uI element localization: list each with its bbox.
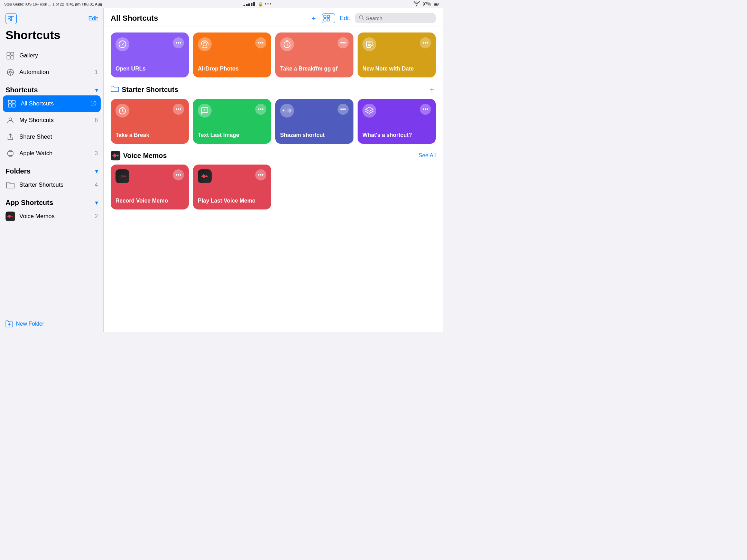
svg-rect-24 [11,216,12,217]
card-text-last-image[interactable]: ••• Text Last Image [193,99,271,144]
voice-memos-app-icon [111,151,120,160]
sidebar-top: Edit [0,8,103,27]
cards-section: ••• Open URLs ••• [104,27,443,219]
sidebar-toggle-icon[interactable] [6,13,17,24]
battery-percent: 97% [423,2,431,7]
svg-rect-3 [251,3,252,6]
card-name: Record Voice Memo [116,197,184,205]
card-name: Take a Breakffm gg gf [280,65,349,73]
voice-memos-section-title: Voice Memos [123,152,167,160]
lock-icon: 🔒 [258,2,263,7]
sidebar-item-automation[interactable]: Automation 1 [0,64,103,81]
svg-rect-23 [10,215,11,217]
voice-memos-see-all-button[interactable]: See All [418,152,436,159]
voice-memos-header: Voice Memos See All [111,151,436,160]
card-take-a-break-top[interactable]: ••• Take a Breakffm gg gf [275,32,353,77]
sidebar-edit-button[interactable]: Edit [88,16,98,22]
sidebar-item-apple-watch[interactable]: Apple Watch 3 [0,145,103,162]
battery-icon [434,3,439,6]
share-sheet-label: Share Sheet [19,133,52,140]
svg-point-13 [9,71,11,73]
svg-rect-53 [202,175,203,177]
card-top: ••• [116,37,184,51]
voice-memos-grid: ••• Record Voice Memo [111,165,436,209]
shortcuts-chevron-icon[interactable]: ▾ [95,87,98,93]
card-menu-button[interactable]: ••• [173,169,184,180]
folders-chevron-icon[interactable]: ▾ [95,168,98,175]
card-top: ••• [280,104,349,118]
card-menu-button[interactable]: ••• [420,37,431,48]
card-whats-shortcut[interactable]: ••• What's a shortcut? [358,99,436,144]
content-header: All Shortcuts ＋ Edit [104,8,443,27]
waveform-icon [280,104,294,118]
apple-watch-count: 3 [95,150,98,157]
svg-rect-22 [9,215,10,218]
more-dots: ••• [265,2,272,7]
sidebar-item-all-shortcuts[interactable]: All Shortcuts 10 [3,95,101,112]
card-menu-button[interactable]: ••• [173,37,184,48]
card-name: What's a shortcut? [362,132,431,139]
message-icon [198,104,212,118]
card-menu-button[interactable]: ••• [173,104,184,115]
card-open-urls[interactable]: ••• Open URLs [111,32,189,77]
svg-rect-42 [116,155,117,156]
card-top: ••• [116,169,184,183]
card-menu-button[interactable]: ••• [420,104,431,115]
my-shortcuts-count: 8 [95,117,98,123]
edit-button[interactable]: Edit [340,15,350,22]
card-record-voice-memo[interactable]: ••• Record Voice Memo [111,165,189,209]
timer2-icon [116,104,129,118]
new-folder-button[interactable]: New Folder [6,320,98,328]
status-bar: Step Guide: iOS 16+ icon ... 1 of 22 3:4… [0,0,443,8]
layers-icon [362,104,376,118]
card-menu-button[interactable]: ••• [255,104,266,115]
compass-icon [116,37,129,51]
card-play-last-voice-memo[interactable]: ••• Play Last Voice Memo [193,165,271,209]
content-title: All Shortcuts [111,14,158,23]
svg-rect-46 [120,175,120,177]
card-new-note[interactable]: ••• New Note with Date [358,32,436,77]
main-container: Edit Shortcuts Gallery [0,8,443,332]
sidebar: Edit Shortcuts Gallery [0,8,104,332]
card-menu-button[interactable]: ••• [255,169,266,180]
starter-shortcuts-section-title: Starter Shortcuts [122,86,178,94]
voice-memos-nav-label: Voice Memos [19,213,55,220]
sidebar-item-starter-shortcuts[interactable]: Starter Shortcuts 4 [0,177,103,193]
automation-icon [6,67,15,77]
svg-rect-41 [115,154,116,157]
sidebar-item-voice-memos[interactable]: Voice Memos 2 [0,208,103,225]
voice-memos-count: 2 [95,213,98,220]
apple-watch-icon [6,149,15,158]
card-menu-button[interactable]: ••• [255,37,266,48]
card-name: Text Last Image [198,132,266,139]
sidebar-bottom: New Folder [0,316,103,332]
sidebar-item-share-sheet[interactable]: Share Sheet [0,129,103,145]
svg-rect-40 [114,153,115,158]
card-airdrop-photos[interactable]: ••• AirDrop Photos [193,32,271,77]
sidebar-item-my-shortcuts[interactable]: My Shortcuts 8 [0,112,103,129]
app-shortcuts-chevron-icon[interactable]: ▾ [95,199,98,206]
card-shazam[interactable]: ••• Shazam shortcut [275,99,353,144]
svg-rect-47 [121,174,121,178]
card-menu-button[interactable]: ••• [338,104,349,115]
folders-section-header: Folders ▾ [0,162,103,177]
app-shortcuts-section-header: App Shortcuts ▾ [0,193,103,208]
svg-rect-20 [7,216,8,217]
grid-toggle[interactable] [322,13,335,23]
sidebar-item-gallery[interactable]: Gallery [0,47,103,64]
svg-rect-0 [243,5,245,6]
card-name: Play Last Voice Memo [198,197,266,205]
add-shortcut-button[interactable]: ＋ [310,13,317,23]
svg-rect-15 [12,100,15,103]
svg-rect-1 [246,4,248,6]
card-top: ••• [116,104,184,118]
svg-rect-56 [205,176,206,177]
card-name: New Note with Date [362,65,431,73]
svg-rect-21 [8,215,9,217]
automation-label: Automation [19,69,49,76]
search-input[interactable] [366,15,432,21]
status-center: 🔒 ••• [243,2,272,7]
starter-shortcuts-add-button[interactable]: ＋ [428,84,436,95]
card-take-a-break[interactable]: ••• Take a Break [111,99,189,144]
card-menu-button[interactable]: ••• [338,37,349,48]
